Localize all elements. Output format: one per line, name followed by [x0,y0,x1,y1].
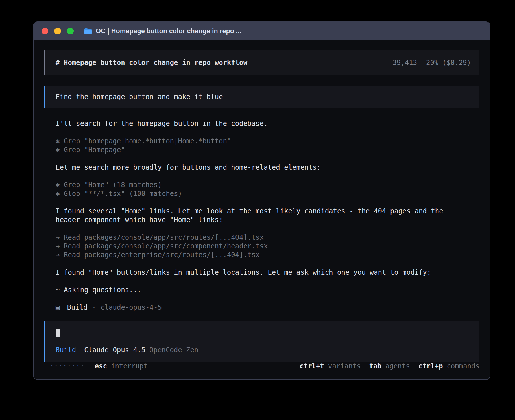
tool-call-read: → Read packages/console/app/src/componen… [56,242,479,251]
tool-call-read: → Read packages/enterprise/src/routes/[.… [56,251,479,259]
assistant-text: Let me search more broadly for buttons a… [56,163,479,172]
close-window-button[interactable] [42,28,48,34]
assistant-text: I found several "Home" links. Let me loo… [56,207,479,216]
agent-attribution-row: ▣ Build · claude-opus-4-5 [56,303,479,312]
input-footer: Build Claude Opus 4.5 OpenCode Zen [56,346,469,355]
prompt-input[interactable]: Build Claude Opus 4.5 OpenCode Zen [44,321,479,362]
folder-icon [84,28,92,35]
assistant-text: header component which have "Home" links… [56,216,479,224]
user-message-text: Find the homepage button and make it blu… [56,93,223,101]
shortcut-label: commands [447,362,479,371]
shortcut-label: agents [385,362,410,371]
active-agent-label: Build [56,346,76,355]
shortcut-commands: ctrl+p commands [418,362,479,371]
session-title: # Homepage button color change in repo w… [56,59,247,67]
shortcut-key: tab [369,362,381,371]
shortcut-variants: ctrl+t variants [300,362,361,371]
tool-call-group: ✱ Grep "homepage|home.*button|Home.*butt… [56,137,479,154]
user-message: Find the homepage button and make it blu… [44,86,479,108]
traffic-lights [42,28,74,34]
assistant-paragraph: I'll search for the homepage button in t… [56,119,479,128]
tool-call-glob: ✱ Glob "**/*.tsx" (100 matches) [56,189,479,198]
shortcut-agents: tab agents [369,362,410,371]
active-model-label: Claude Opus 4.5 [84,346,145,355]
zoom-window-button[interactable] [67,28,74,34]
tool-call-grep: ✱ Grep "Homepage" [56,146,479,154]
model-provider-label: OpenCode Zen [149,346,198,355]
status-bar: ········ esc interrupt ctrl+t variants t… [44,362,479,371]
assistant-paragraph: Let me search more broadly for buttons a… [56,163,479,172]
terminal-window: OC | Homepage button color change in rep… [33,21,490,380]
esc-key-hint: esc [95,362,107,371]
assistant-text: I'll search for the homepage button in t… [56,119,479,128]
tool-call-read: → Read packages/console/app/src/routes/[… [56,233,479,242]
token-count: 39,413 [392,59,417,67]
shortcut-key: ctrl+p [418,362,443,371]
assistant-paragraph: I found "Home" buttons/links in multiple… [56,268,479,277]
asking-questions-status: ~ Asking questions... [56,286,479,294]
window-title-group: OC | Homepage button color change in rep… [84,27,241,35]
square-dot-icon: ▣ [56,303,60,312]
esc-action-label: interrupt [111,362,148,371]
assistant-paragraph: I found several "Home" links. Let me loo… [56,207,479,224]
agent-separator: · [92,303,96,312]
shortcut-key: ctrl+t [300,362,324,371]
agent-model: claude-opus-4-5 [101,303,162,312]
agent-name: Build [67,303,87,312]
session-header: # Homepage button color change in repo w… [44,50,479,75]
keyboard-shortcuts: ctrl+t variants tab agents ctrl+p comman… [300,362,479,371]
assistant-status: ~ Asking questions... [56,286,479,294]
assistant-text: I found "Home" buttons/links in multiple… [56,268,479,277]
session-stats: 39,413 20% ($0.29) [392,59,471,67]
minimize-window-button[interactable] [54,28,61,34]
working-spinner: ········ [50,362,85,371]
window-title: OC | Homepage button color change in rep… [96,27,241,35]
assistant-transcript: I'll search for the homepage button in t… [44,119,479,312]
tool-call-grep: ✱ Grep "Home" (18 matches) [56,181,479,189]
window-titlebar[interactable]: OC | Homepage button color change in rep… [34,22,490,40]
tool-call-grep: ✱ Grep "homepage|home.*button|Home.*butt… [56,137,479,146]
terminal-content: # Homepage button color change in repo w… [34,40,490,380]
tool-call-group: ✱ Grep "Home" (18 matches) ✱ Glob "**/*.… [56,181,479,198]
text-cursor [56,329,60,337]
shortcut-label: variants [328,362,361,371]
context-usage: 20% ($0.29) [426,59,471,67]
tool-call-group: → Read packages/console/app/src/routes/[… [56,233,479,259]
